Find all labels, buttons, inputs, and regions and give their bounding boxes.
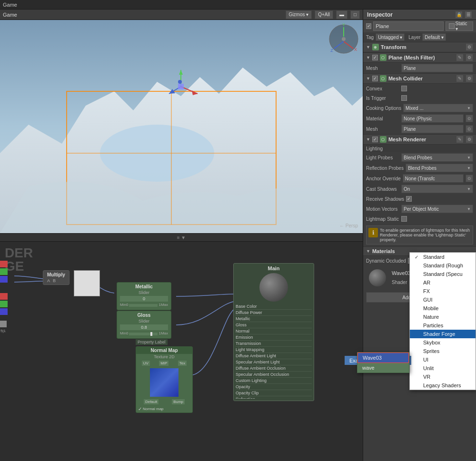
mesh-renderer-checkbox[interactable] bbox=[372, 137, 378, 142]
reflection-probes-dropdown[interactable]: Blend Probes ▼ bbox=[406, 164, 473, 172]
main-node-row-emission: Emission bbox=[236, 334, 312, 341]
shader-item-ui[interactable]: UI bbox=[410, 355, 476, 364]
left-panel: Game Gizmos ▾ Q+All ▬ □ bbox=[0, 10, 363, 461]
mesh-renderer-settings-btn[interactable]: ⚙ bbox=[466, 136, 473, 143]
static-label: Static ▾ bbox=[456, 21, 470, 31]
main-node-row-normal: Normal bbox=[236, 328, 312, 334]
texture-box bbox=[74, 270, 100, 296]
metallic-slider[interactable] bbox=[129, 304, 158, 307]
mesh-filter-section[interactable]: ▼ ⬡ Plane (Mesh Filter) ✎ ⚙ bbox=[363, 52, 476, 63]
lightmap-static-row: Lightmap Static bbox=[363, 214, 476, 224]
light-probes-value: Blend Probes bbox=[404, 155, 432, 160]
scene-canvas: Y X Z ← Persp bbox=[0, 20, 363, 233]
mesh-collider-checkbox[interactable] bbox=[372, 76, 378, 81]
gloss-sub: Slider bbox=[120, 319, 168, 324]
shader-item-gui[interactable]: GUI bbox=[410, 295, 476, 304]
normalmap-default-btn[interactable]: Default bbox=[144, 399, 159, 404]
examples-wave03-item[interactable]: Wave03 bbox=[357, 353, 409, 363]
shader-item-standard-specu[interactable]: Standard (Specu bbox=[410, 270, 476, 278]
static-checkbox[interactable] bbox=[449, 23, 454, 29]
inspector-lock-btn[interactable]: 🔒 bbox=[455, 11, 463, 19]
tag-dropdown[interactable]: Untagged ▾ bbox=[376, 33, 405, 41]
lightmap-static-checkbox[interactable] bbox=[401, 216, 407, 222]
motion-vectors-dropdown[interactable]: Per Object Motic ▼ bbox=[401, 205, 473, 213]
gizmos-button[interactable]: Gizmos ▾ bbox=[286, 10, 312, 19]
anchor-pick-btn[interactable]: ⊙ bbox=[466, 175, 473, 182]
shader-item-ar[interactable]: AR bbox=[410, 278, 476, 287]
shader-item-mobile[interactable]: Mobile bbox=[410, 304, 476, 313]
transform-settings-btn[interactable]: ⚙ bbox=[466, 43, 473, 51]
mesh-filter-title: Plane (Mesh Filter) bbox=[388, 55, 435, 60]
reflection-probes-row: Reflection Probes Blend Probes ▼ bbox=[363, 163, 476, 173]
convex-checkbox[interactable] bbox=[401, 86, 407, 91]
tag-value: Untagged ▾ bbox=[378, 35, 402, 40]
mesh-row: Mesh Plane ⊙ bbox=[363, 124, 476, 134]
layer-dropdown[interactable]: Default ▾ bbox=[422, 33, 446, 41]
shader-item-standard-rough[interactable]: Standard (Rough bbox=[410, 261, 476, 270]
metallic-max-label: Max bbox=[161, 303, 168, 308]
normalmap-tex-btn[interactable]: Tex bbox=[178, 361, 187, 366]
inspector-menu-btn[interactable]: ☰ bbox=[465, 11, 472, 19]
main-node-row-lightwrap: Light Wrapping bbox=[236, 347, 312, 353]
shader-item-sprites[interactable]: Sprites bbox=[410, 347, 476, 355]
normalmap-bump-btn[interactable]: Bump bbox=[172, 399, 185, 404]
tag-layer-row: Tag Untagged ▾ Layer Default ▾ bbox=[363, 32, 476, 42]
mesh-renderer-section[interactable]: ▼ ⬡ Mesh Renderer ✎ ⚙ bbox=[363, 134, 476, 145]
transform-section[interactable]: ▼ ⊕ Transform ⚙ bbox=[363, 42, 476, 52]
layer-value: Default ▾ bbox=[425, 35, 443, 40]
mesh-renderer-edit-btn[interactable]: ✎ bbox=[456, 136, 464, 143]
shader-item-standard[interactable]: ✓ Standard bbox=[410, 253, 476, 261]
color-bar-red bbox=[0, 261, 8, 267]
shader-item-skybox[interactable]: Skybox bbox=[410, 338, 476, 347]
mesh-filter-settings-btn[interactable]: ⚙ bbox=[466, 54, 473, 61]
main-node-row-metallic: Metallic bbox=[236, 316, 312, 322]
materials-arrow: ▼ bbox=[366, 249, 370, 254]
normalmap-mip-btn[interactable]: MIP bbox=[159, 361, 169, 366]
shader-forge-panel: DER GE 5|1 bbox=[0, 242, 363, 461]
shader-item-nature[interactable]: Nature bbox=[410, 313, 476, 321]
static-button[interactable]: Static ▾ bbox=[446, 21, 473, 31]
object-active-checkbox[interactable] bbox=[366, 23, 371, 29]
transform-gizmo[interactable] bbox=[162, 68, 200, 106]
examples-wave-item[interactable]: wave bbox=[357, 363, 409, 373]
shader-item-shaderforge[interactable]: Shader Forge bbox=[410, 330, 476, 338]
object-name-input[interactable] bbox=[373, 21, 444, 31]
normalmap-uv-btn[interactable]: UV bbox=[142, 361, 150, 366]
shader-item-particles[interactable]: Particles bbox=[410, 321, 476, 330]
all-button[interactable]: Q+All bbox=[315, 10, 333, 19]
color-bar-blue2 bbox=[0, 308, 8, 315]
light-probes-dropdown[interactable]: Blend Probes ▼ bbox=[401, 153, 473, 162]
gloss-value[interactable]: 0.8 bbox=[120, 324, 168, 330]
transform-title: Transform bbox=[381, 44, 407, 50]
shader-item-legacy[interactable]: Legacy Shaders bbox=[410, 381, 476, 390]
anchor-override-value[interactable]: None (Transfc bbox=[403, 174, 464, 183]
material-pick-btn[interactable]: ⊙ bbox=[466, 115, 473, 122]
mesh-filter-mesh-value[interactable]: Plane bbox=[401, 64, 473, 72]
mesh-collider-section[interactable]: ▼ ⬡ Mesh Collider ✎ ⚙ bbox=[363, 73, 476, 84]
mesh-collider-settings-btn[interactable]: ⚙ bbox=[466, 75, 473, 82]
shader-item-vr[interactable]: VR bbox=[410, 373, 476, 381]
lightmap-warning-text: To enable generation of lightmaps for th… bbox=[380, 228, 471, 242]
cooking-options-row: Cooking Options Mixed ... ▼ bbox=[363, 103, 476, 113]
is-trigger-checkbox[interactable] bbox=[401, 95, 407, 101]
metallic-value[interactable]: 0 bbox=[120, 296, 168, 302]
mesh-filter-checkbox[interactable] bbox=[372, 55, 378, 60]
compass[interactable]: Y X Z bbox=[327, 22, 360, 56]
receive-shadows-checkbox[interactable] bbox=[406, 196, 412, 202]
mesh-value[interactable]: Plane bbox=[401, 125, 464, 133]
cooking-options-dropdown[interactable]: Mixed ... ▼ bbox=[403, 104, 473, 112]
game-toolbar: Game Gizmos ▾ Q+All ▬ □ bbox=[0, 10, 363, 20]
maximize-button[interactable]: □ bbox=[350, 10, 360, 19]
light-probes-row: Light Probes Blend Probes ▼ bbox=[363, 152, 476, 163]
svg-text:Z: Z bbox=[330, 48, 333, 53]
shader-item-fx[interactable]: FX bbox=[410, 287, 476, 295]
mesh-collider-edit-btn[interactable]: ✎ bbox=[456, 75, 464, 82]
mesh-filter-edit-btn[interactable]: ✎ bbox=[456, 54, 464, 61]
cast-shadows-dropdown[interactable]: On ▼ bbox=[401, 185, 473, 193]
material-row: Material None (Physic ⊙ bbox=[363, 113, 476, 124]
material-value[interactable]: None (Physic bbox=[401, 114, 464, 123]
gloss-slider[interactable] bbox=[129, 333, 158, 335]
shader-item-unlit[interactable]: Unlit bbox=[410, 364, 476, 373]
minimize-button[interactable]: ▬ bbox=[336, 10, 347, 19]
mesh-pick-btn[interactable]: ⊙ bbox=[466, 125, 473, 133]
